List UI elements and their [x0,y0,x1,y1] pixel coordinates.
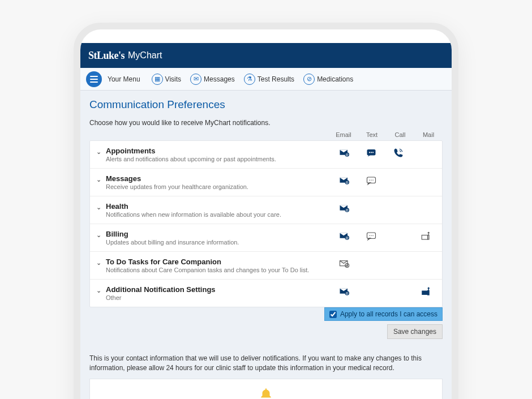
col-email: Email [335,131,352,138]
email-icon[interactable] [338,175,350,186]
nav-item-visits[interactable]: ▦ Visits [148,72,185,86]
nav-item-messages[interactable]: ✉ Messages [187,72,238,86]
pref-desc: Receive updates from your healthcare org… [106,183,336,190]
page-content: Communication Preferences Choose how you… [80,91,452,399]
flask-icon: ⚗ [244,74,255,85]
email-icon[interactable] [338,231,350,241]
pref-row[interactable]: ⌄Additional Notification SettingsOther [90,280,442,307]
pref-row[interactable]: ⌄BillingUpdates about billing and insura… [90,224,442,252]
apply-all-input[interactable] [329,311,337,318]
mail-icon[interactable] [419,286,432,297]
chevron-down-icon[interactable]: ⌄ [93,285,104,294]
chevron-down-icon[interactable]: ⌄ [93,147,104,156]
call-icon[interactable] [392,148,405,158]
email-icon[interactable] [338,148,350,158]
pref-title: Appointments [106,147,336,155]
brand-name: StLuke's [88,50,125,62]
nav-label-meds: Medications [317,75,353,83]
pref-desc: Updates about billing and insurance info… [106,239,336,246]
bell-icon [259,387,273,399]
col-text: Text [363,131,380,138]
pref-row[interactable]: ⌄AppointmentsAlerts and notifications ab… [90,141,442,169]
email-icon[interactable] [338,259,350,269]
chevron-down-icon[interactable]: ⌄ [93,258,104,267]
nav-label-tests: Test Results [258,75,294,83]
pref-row[interactable]: ⌄MessagesReceive updates from your healt… [90,169,442,196]
brand-app: MyChart [128,50,162,61]
pref-desc: Notifications when new information is av… [106,211,336,218]
brand-logo: StLuke's [88,50,125,62]
text-icon[interactable] [365,231,377,241]
pref-desc: Alerts and notifications about upcoming … [106,156,336,162]
contact-card [89,379,443,399]
chevron-down-icon[interactable]: ⌄ [93,230,104,239]
email-icon[interactable] [338,203,350,213]
text-icon[interactable] [365,175,377,186]
nav-label-visits: Visits [165,75,181,83]
pref-row[interactable]: ⌄HealthNotifications when new informatio… [90,196,442,224]
pref-title: Health [106,202,336,211]
chevron-down-icon[interactable]: ⌄ [93,174,104,183]
chevron-down-icon[interactable]: ⌄ [93,202,104,211]
nav-item-test-results[interactable]: ⚗ Test Results [241,72,298,86]
column-headers: Email Text Call Mail [89,130,443,140]
contact-note: This is your contact information that we… [89,354,443,373]
page-title: Communication Preferences [89,98,443,111]
apply-all-checkbox[interactable]: Apply to all records I can access [324,307,443,321]
pref-desc: Notifications about Care Companion tasks… [106,267,336,273]
menu-label[interactable]: Your Menu [108,75,140,83]
menu-button[interactable] [86,71,102,87]
app-header: StLuke's MyChart [80,43,452,68]
pill-icon: ⊘ [303,74,315,85]
top-nav: Your Menu ▦ Visits ✉ Messages ⚗ Test Res… [80,68,452,91]
pref-title: Messages [106,174,336,183]
app-screen: StLuke's MyChart Your Menu ▦ Visits ✉ Me… [80,43,452,399]
pref-desc: Other [106,294,336,301]
col-mail: Mail [420,131,437,138]
col-call: Call [392,131,409,138]
mail-icon: ✉ [190,74,201,85]
calendar-icon: ▦ [152,74,163,85]
preferences-list: ⌄AppointmentsAlerts and notifications ab… [89,140,443,307]
phone-frame: StLuke's MyChart Your Menu ▦ Visits ✉ Me… [74,23,458,399]
pref-title: Additional Notification Settings [106,285,336,294]
email-icon[interactable] [338,286,350,297]
pref-row[interactable]: ⌄To Do Tasks for Care CompanionNotificat… [90,252,442,280]
pref-title: To Do Tasks for Care Companion [106,258,336,266]
page-instruction: Choose how you would like to receive MyC… [89,119,443,127]
nav-item-medications[interactable]: ⊘ Medications [300,72,357,86]
text-icon[interactable] [365,148,377,158]
mail-icon[interactable] [419,231,432,241]
nav-label-messages: Messages [204,75,235,83]
apply-all-label: Apply to all records I can access [340,310,437,318]
pref-title: Billing [106,230,336,238]
save-button[interactable]: Save changes [387,324,443,339]
